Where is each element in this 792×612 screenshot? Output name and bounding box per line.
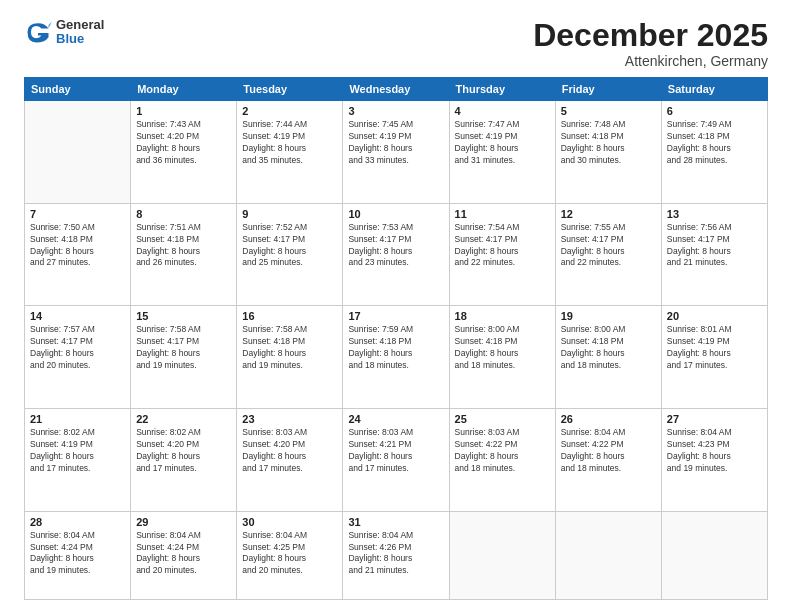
day-number: 3 [348, 105, 443, 117]
calendar-week-row: 1Sunrise: 7:43 AM Sunset: 4:20 PM Daylig… [25, 101, 768, 204]
day-info: Sunrise: 8:00 AM Sunset: 4:18 PM Dayligh… [561, 324, 656, 372]
location-subtitle: Attenkirchen, Germany [533, 53, 768, 69]
day-number: 16 [242, 310, 337, 322]
day-info: Sunrise: 8:04 AM Sunset: 4:24 PM Dayligh… [30, 530, 125, 578]
day-number: 20 [667, 310, 762, 322]
table-row: 19Sunrise: 8:00 AM Sunset: 4:18 PM Dayli… [555, 306, 661, 409]
header: General Blue December 2025 Attenkirchen,… [24, 18, 768, 69]
logo: General Blue [24, 18, 104, 47]
day-info: Sunrise: 7:43 AM Sunset: 4:20 PM Dayligh… [136, 119, 231, 167]
table-row: 4Sunrise: 7:47 AM Sunset: 4:19 PM Daylig… [449, 101, 555, 204]
day-number: 7 [30, 208, 125, 220]
calendar-week-row: 21Sunrise: 8:02 AM Sunset: 4:19 PM Dayli… [25, 409, 768, 512]
day-info: Sunrise: 7:49 AM Sunset: 4:18 PM Dayligh… [667, 119, 762, 167]
table-row: 10Sunrise: 7:53 AM Sunset: 4:17 PM Dayli… [343, 203, 449, 306]
header-thursday: Thursday [449, 78, 555, 101]
day-number: 6 [667, 105, 762, 117]
table-row: 27Sunrise: 8:04 AM Sunset: 4:23 PM Dayli… [661, 409, 767, 512]
day-info: Sunrise: 8:04 AM Sunset: 4:22 PM Dayligh… [561, 427, 656, 475]
table-row: 28Sunrise: 8:04 AM Sunset: 4:24 PM Dayli… [25, 511, 131, 599]
table-row: 29Sunrise: 8:04 AM Sunset: 4:24 PM Dayli… [131, 511, 237, 599]
table-row: 24Sunrise: 8:03 AM Sunset: 4:21 PM Dayli… [343, 409, 449, 512]
day-info: Sunrise: 8:03 AM Sunset: 4:20 PM Dayligh… [242, 427, 337, 475]
calendar-header-row: Sunday Monday Tuesday Wednesday Thursday… [25, 78, 768, 101]
table-row: 9Sunrise: 7:52 AM Sunset: 4:17 PM Daylig… [237, 203, 343, 306]
day-info: Sunrise: 8:03 AM Sunset: 4:22 PM Dayligh… [455, 427, 550, 475]
day-info: Sunrise: 7:58 AM Sunset: 4:17 PM Dayligh… [136, 324, 231, 372]
logo-general-text: General [56, 18, 104, 32]
day-info: Sunrise: 7:45 AM Sunset: 4:19 PM Dayligh… [348, 119, 443, 167]
day-info: Sunrise: 8:04 AM Sunset: 4:25 PM Dayligh… [242, 530, 337, 578]
day-number: 4 [455, 105, 550, 117]
day-number: 25 [455, 413, 550, 425]
table-row: 21Sunrise: 8:02 AM Sunset: 4:19 PM Dayli… [25, 409, 131, 512]
table-row: 15Sunrise: 7:58 AM Sunset: 4:17 PM Dayli… [131, 306, 237, 409]
header-wednesday: Wednesday [343, 78, 449, 101]
table-row: 3Sunrise: 7:45 AM Sunset: 4:19 PM Daylig… [343, 101, 449, 204]
day-number: 9 [242, 208, 337, 220]
day-number: 14 [30, 310, 125, 322]
day-number: 18 [455, 310, 550, 322]
table-row: 1Sunrise: 7:43 AM Sunset: 4:20 PM Daylig… [131, 101, 237, 204]
table-row: 5Sunrise: 7:48 AM Sunset: 4:18 PM Daylig… [555, 101, 661, 204]
day-number: 29 [136, 516, 231, 528]
table-row [25, 101, 131, 204]
header-tuesday: Tuesday [237, 78, 343, 101]
header-sunday: Sunday [25, 78, 131, 101]
table-row [449, 511, 555, 599]
day-info: Sunrise: 7:56 AM Sunset: 4:17 PM Dayligh… [667, 222, 762, 270]
day-info: Sunrise: 7:53 AM Sunset: 4:17 PM Dayligh… [348, 222, 443, 270]
day-info: Sunrise: 8:00 AM Sunset: 4:18 PM Dayligh… [455, 324, 550, 372]
day-number: 19 [561, 310, 656, 322]
page: General Blue December 2025 Attenkirchen,… [0, 0, 792, 612]
header-friday: Friday [555, 78, 661, 101]
day-info: Sunrise: 8:04 AM Sunset: 4:26 PM Dayligh… [348, 530, 443, 578]
day-info: Sunrise: 7:52 AM Sunset: 4:17 PM Dayligh… [242, 222, 337, 270]
table-row: 22Sunrise: 8:02 AM Sunset: 4:20 PM Dayli… [131, 409, 237, 512]
table-row: 20Sunrise: 8:01 AM Sunset: 4:19 PM Dayli… [661, 306, 767, 409]
day-number: 24 [348, 413, 443, 425]
day-info: Sunrise: 8:04 AM Sunset: 4:24 PM Dayligh… [136, 530, 231, 578]
logo-icon [24, 18, 52, 46]
table-row: 31Sunrise: 8:04 AM Sunset: 4:26 PM Dayli… [343, 511, 449, 599]
table-row: 8Sunrise: 7:51 AM Sunset: 4:18 PM Daylig… [131, 203, 237, 306]
day-info: Sunrise: 7:44 AM Sunset: 4:19 PM Dayligh… [242, 119, 337, 167]
table-row: 18Sunrise: 8:00 AM Sunset: 4:18 PM Dayli… [449, 306, 555, 409]
month-title: December 2025 [533, 18, 768, 53]
table-row: 23Sunrise: 8:03 AM Sunset: 4:20 PM Dayli… [237, 409, 343, 512]
day-info: Sunrise: 7:55 AM Sunset: 4:17 PM Dayligh… [561, 222, 656, 270]
day-number: 28 [30, 516, 125, 528]
table-row: 11Sunrise: 7:54 AM Sunset: 4:17 PM Dayli… [449, 203, 555, 306]
title-block: December 2025 Attenkirchen, Germany [533, 18, 768, 69]
day-number: 13 [667, 208, 762, 220]
day-number: 12 [561, 208, 656, 220]
calendar-week-row: 28Sunrise: 8:04 AM Sunset: 4:24 PM Dayli… [25, 511, 768, 599]
day-number: 1 [136, 105, 231, 117]
day-info: Sunrise: 7:50 AM Sunset: 4:18 PM Dayligh… [30, 222, 125, 270]
day-number: 23 [242, 413, 337, 425]
table-row: 16Sunrise: 7:58 AM Sunset: 4:18 PM Dayli… [237, 306, 343, 409]
logo-blue-text: Blue [56, 32, 104, 46]
day-info: Sunrise: 7:54 AM Sunset: 4:17 PM Dayligh… [455, 222, 550, 270]
table-row: 14Sunrise: 7:57 AM Sunset: 4:17 PM Dayli… [25, 306, 131, 409]
day-number: 27 [667, 413, 762, 425]
header-monday: Monday [131, 78, 237, 101]
table-row [555, 511, 661, 599]
day-info: Sunrise: 7:48 AM Sunset: 4:18 PM Dayligh… [561, 119, 656, 167]
day-number: 15 [136, 310, 231, 322]
calendar-week-row: 14Sunrise: 7:57 AM Sunset: 4:17 PM Dayli… [25, 306, 768, 409]
day-number: 2 [242, 105, 337, 117]
table-row: 30Sunrise: 8:04 AM Sunset: 4:25 PM Dayli… [237, 511, 343, 599]
table-row: 13Sunrise: 7:56 AM Sunset: 4:17 PM Dayli… [661, 203, 767, 306]
day-info: Sunrise: 7:58 AM Sunset: 4:18 PM Dayligh… [242, 324, 337, 372]
table-row: 2Sunrise: 7:44 AM Sunset: 4:19 PM Daylig… [237, 101, 343, 204]
day-number: 22 [136, 413, 231, 425]
day-info: Sunrise: 7:57 AM Sunset: 4:17 PM Dayligh… [30, 324, 125, 372]
logo-text: General Blue [56, 18, 104, 47]
table-row: 12Sunrise: 7:55 AM Sunset: 4:17 PM Dayli… [555, 203, 661, 306]
calendar-week-row: 7Sunrise: 7:50 AM Sunset: 4:18 PM Daylig… [25, 203, 768, 306]
calendar-table: Sunday Monday Tuesday Wednesday Thursday… [24, 77, 768, 600]
day-number: 11 [455, 208, 550, 220]
table-row: 17Sunrise: 7:59 AM Sunset: 4:18 PM Dayli… [343, 306, 449, 409]
day-number: 30 [242, 516, 337, 528]
